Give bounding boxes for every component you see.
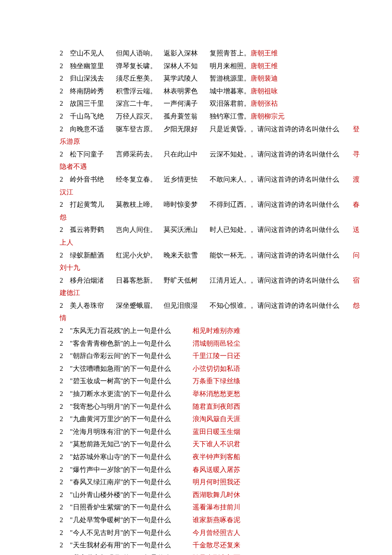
verse-c: 只在此山中 [164,148,210,161]
verse-c: 林表明霁色 [164,85,210,98]
question: 请问这首诗的诗名叫做什么 [257,249,339,262]
answer-continuation: 建德江 [60,286,345,299]
verse-c: 莫买沃洲山 [164,223,210,236]
answer-tail: 上人 [60,236,73,249]
line-number: 2 [60,47,70,60]
question: "几处早莺争暖树"的下一句是什么 [70,514,193,526]
verse-b: 驱车登古原。 [116,123,164,136]
poem-line: 2独坐幽篁里弹琴复长啸。深林人不知明月来相照。 唐朝王维 [60,60,345,72]
question: 请问这首诗的诗名叫做什么 [257,274,339,287]
verse-d: 不知心恨谁。。 [210,299,257,312]
answer-head: 春 [353,198,360,211]
line-number: 2 [60,362,70,375]
verse-a: 故国三千里 [70,97,116,110]
author: 唐朝王维 [251,60,278,72]
verse-question-line: 2"我寄愁心与明月"的下一句是什么随君直到夜郎西 [60,400,345,413]
verse-c: 晚来天欲雪 [164,249,210,262]
verse-a: 岭外音书绝 [70,173,116,186]
answer: 明月何时照我还 [193,476,240,489]
line-number: 2 [60,387,70,400]
verse-a: 终南阴岭秀 [70,85,116,98]
author: 唐朝裴迪 [251,72,278,85]
poem-title-line: 2打起黄莺儿莫教枝上啼。啼时惊妾梦不得到辽西。。请问这首诗的诗名叫做什么 春 [60,198,345,211]
line-number: 2 [60,249,70,262]
answer-continuation: 情 [60,312,345,324]
verse-c: 啼时惊妾梦 [164,198,210,211]
answer: 春风送暖入屠苏 [193,463,240,476]
answer: 今月曾经照古人 [193,526,240,539]
verse-a: 绿蚁新醅酒 [70,249,116,262]
question: 请问这首诗的诗名叫做什么 [257,223,339,236]
answer-head: 送 [353,223,360,236]
verse-d: 城中增暮寒。 [210,85,251,98]
verse-d: 双泪落君前。 [210,97,251,110]
poem-line: 2故国三千里深宫二十年。一声何满子双泪落君前。 唐朝张祜 [60,97,345,110]
answer-tail: 建德江 [60,286,80,299]
line-number: 2 [60,72,70,85]
question: "今人不见古时月"的下一句是什么 [70,526,193,539]
verse-question-line: 2"九曲黄河万里沙"的下一句是什么浪淘风簸自天涯 [60,413,345,425]
answer: 举杯消愁愁更愁 [193,387,240,400]
question: "大弦嘈嘈如急雨"的下一句是什么 [70,362,193,375]
answer: 谁家新燕啄春泥 [193,514,240,526]
answer-head: 怨 [353,299,360,312]
answer-tail: 隐者不遇 [60,160,87,173]
answer-head: 登 [353,123,360,136]
verse-d: 能饮一杯无。。 [210,249,257,262]
verse-b: 万径人踪灭。 [116,110,164,123]
verse-d: 不敢问来人。。 [210,173,257,186]
answer: 万条垂下绿丝绦 [193,375,240,387]
verse-question-line: 2"大弦嘈嘈如急雨"的下一句是什么小弦切切如私语 [60,362,345,375]
question: "爆竹声中一岁除"的下一句是什么 [70,463,193,476]
poem-title-line: 2岭外音书绝经冬复立春。近乡情更怯不敢问来人。。请问这首诗的诗名叫做什么 渡 [60,173,345,186]
question: "山外青山楼外楼"的下一句是什么 [70,489,193,501]
question: "姑苏城外寒山寺"的下一句是什么 [70,451,193,463]
line-number: 2 [60,60,70,72]
verse-question-line: 2"几处早莺争暖树"的下一句是什么谁家新燕啄春泥 [60,514,345,526]
verse-b: 但闻人语响。 [116,47,164,60]
verse-d: 时人已知处。。 [210,223,257,236]
verse-a: 美人卷珠帘 [70,299,116,312]
answer-continuation: 上人 [60,236,345,249]
verse-c: 返影入深林 [164,47,210,60]
line-number: 2 [60,337,70,350]
line-number: 2 [60,274,70,287]
answer-continuation: 乐游原 [60,135,345,148]
verse-question-line: 2"东风无力百花残"的上一句是什么相见时难别亦难 [60,324,345,337]
poem-title-line: 2绿蚁新醅酒红泥小火炉。晚来天欲雪能饮一杯无。。请问这首诗的诗名叫做什么 问 [60,249,345,262]
answer-tail: 刘十九 [60,261,80,274]
line-number: 2 [60,350,70,362]
answer: 蓝田日暖玉生烟 [193,425,240,438]
verse-question-line: 2"抽刀断水水更流"的下一句是什么举杯消愁愁更愁 [60,387,345,400]
line-number: 2 [60,451,70,463]
line-number: 2 [60,539,70,552]
question: 请问这首诗的诗名叫做什么 [257,198,339,211]
document-body: 2空山不见人但闻人语响。返影入深林复照青苔上。 唐朝王维2独坐幽篁里弹琴复长啸。… [60,47,345,555]
verse-b: 深坐蹙蛾眉。 [116,299,164,312]
line-number: 2 [60,438,70,451]
line-number: 2 [60,148,70,161]
question: 请问这首诗的诗名叫做什么 [257,299,339,312]
question: 请问这首诗的诗名叫做什么 [257,173,339,186]
verse-b: 日暮客愁新。 [116,274,164,287]
answer: 夜半钟声到客船 [193,451,240,463]
answer-head: 渡 [353,173,360,186]
line-number: 2 [60,299,70,312]
question: "天生我材必有用"的下一句是什么 [70,539,193,552]
verse-c: 但见泪痕湿 [164,299,210,312]
verse-c: 夕阳无限好 [164,123,210,136]
verse-question-line: 2"今人不见古时月"的下一句是什么今月曾经照古人 [60,526,345,539]
verse-b: 积雪浮云端。 [116,85,164,98]
verse-question-line: 2"朝辞白帝彩云间"的下一句是什么千里江陵一日还 [60,350,345,362]
question: "春风又绿江南岸"的下一句是什么 [70,476,193,489]
line-number: 2 [60,425,70,438]
answer: 随君直到夜郎西 [193,400,240,413]
line-number: 2 [60,514,70,526]
verse-d: 只是近黄昏。。 [210,123,257,136]
verse-c: 莫学武陵人 [164,72,210,85]
verse-question-line: 2"莫愁前路无知己"的下一句是什么天下谁人不识君 [60,438,345,451]
verse-c: 深林人不知 [164,60,210,72]
verse-a: 归山深浅去 [70,72,116,85]
answer-tail: 情 [60,312,66,324]
line-number: 2 [60,375,70,387]
